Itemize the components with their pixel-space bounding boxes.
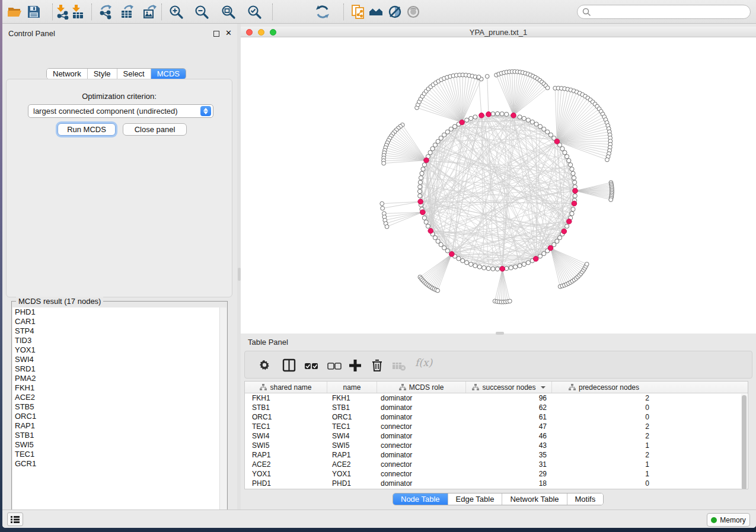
mcds-result-item[interactable]: YOX1	[12, 345, 227, 355]
column-header-predecessor-nodes[interactable]: predecessor nodes	[552, 382, 656, 393]
cell: STB1	[327, 403, 377, 412]
tab-mcds[interactable]: MCDS	[151, 69, 186, 79]
tab-network-table[interactable]: Network Table	[502, 493, 567, 505]
mcds-result-item[interactable]: ORC1	[12, 412, 227, 421]
save-session-icon[interactable]	[26, 4, 42, 20]
table-settings-icon[interactable]	[258, 358, 272, 373]
deselect-all-rows-icon[interactable]	[327, 358, 341, 373]
close-panel-button[interactable]: Close panel	[123, 123, 187, 136]
open-file-icon[interactable]	[7, 4, 23, 20]
column-header-shared-name[interactable]: shared name	[245, 382, 327, 393]
table-header-row: shared namenameMCDS rolesuccessor nodesp…	[245, 382, 748, 393]
select-stepper-icon	[200, 106, 211, 116]
cell: dominator	[377, 431, 466, 441]
zoom-fit-icon[interactable]	[221, 4, 236, 20]
mcds-result-item[interactable]: TEC1	[12, 450, 227, 459]
memory-button[interactable]: Memory	[707, 513, 750, 527]
control-panel: Control Panel ✕ NetworkStyleSelectMCDS O…	[2, 24, 237, 509]
cell: 0	[552, 479, 656, 488]
toolbar-separator	[52, 4, 53, 20]
table-row[interactable]: STB1STB1dominator620	[245, 403, 748, 412]
zoom-out-icon[interactable]	[194, 4, 209, 20]
duplicate-network-icon[interactable]	[350, 4, 366, 20]
tab-edge-table[interactable]: Edge Table	[448, 493, 503, 505]
import-network-icon[interactable]	[55, 4, 70, 20]
mcds-result-item[interactable]: ACE2	[12, 393, 227, 402]
table-row[interactable]: YOX1YOX1connector291	[245, 469, 748, 479]
column-header-name[interactable]: name	[327, 382, 377, 393]
tab-node-table[interactable]: Node Table	[393, 493, 448, 505]
mcds-result-item[interactable]: TID3	[12, 336, 227, 345]
table-row[interactable]: ORC1ORC1dominator610	[245, 412, 748, 422]
cell: 0	[552, 403, 656, 412]
close-panel-icon[interactable]: ✕	[225, 28, 232, 37]
sort-desc-icon	[541, 386, 546, 389]
tab-network[interactable]: Network	[47, 69, 88, 79]
tab-style[interactable]: Style	[88, 69, 117, 79]
mcds-result-item[interactable]: PHD1	[12, 307, 227, 317]
mcds-result-item[interactable]: PMA2	[12, 374, 227, 383]
zoom-in-icon[interactable]	[168, 4, 184, 20]
export-image-icon[interactable]	[142, 4, 158, 20]
mcds-result-scrollbar[interactable]	[219, 307, 227, 520]
export-table-icon[interactable]	[120, 4, 135, 20]
list-icon	[11, 515, 20, 523]
mcds-result-item[interactable]: GCR1	[12, 459, 227, 469]
mcds-result-item[interactable]: SWI4	[12, 355, 227, 364]
show-all-networks-icon[interactable]	[368, 4, 384, 20]
network-canvas[interactable]	[241, 37, 756, 334]
cell: FKH1	[245, 393, 327, 403]
cell: connector	[377, 441, 466, 450]
hide-selected-icon[interactable]	[387, 4, 403, 20]
splitter-grip[interactable]	[238, 268, 241, 281]
mcds-result-item[interactable]: STP4	[12, 326, 227, 336]
function-builder-icon[interactable]: f(x)	[415, 357, 429, 371]
optimization-criterion-select[interactable]: largest connected component (undirected)	[28, 104, 213, 118]
mcds-result-item[interactable]: FKH1	[12, 383, 227, 393]
mcds-result-item[interactable]: RAP1	[12, 421, 227, 431]
table-row[interactable]: TEC1TEC1connector472	[245, 422, 748, 431]
add-row-icon[interactable]	[348, 358, 362, 373]
table-panel-title: Table Panel	[248, 338, 288, 347]
cell: SWI4	[327, 431, 377, 441]
zoom-selected-icon[interactable]	[247, 4, 262, 20]
export-network-icon[interactable]	[98, 4, 114, 20]
selected-criterion: largest connected component (undirected)	[28, 107, 200, 116]
table-row[interactable]: SWI5SWI5connector431	[245, 441, 748, 450]
mcds-result-item[interactable]: SRD1	[12, 364, 227, 374]
import-table-icon[interactable]	[70, 4, 85, 20]
select-all-rows-icon[interactable]	[304, 358, 318, 373]
columns-icon[interactable]	[282, 358, 296, 373]
table-scrollbar[interactable]	[741, 394, 747, 488]
table-panel-header: Table Panel ✕	[241, 334, 756, 350]
table-row[interactable]: RAP1RAP1dominator352	[245, 450, 748, 460]
table-scrollbar-thumb[interactable]	[742, 395, 747, 489]
mcds-result-item[interactable]: CAR1	[12, 317, 227, 326]
cell: SWI4	[245, 431, 327, 441]
refresh-icon[interactable]	[315, 4, 330, 20]
mcds-result-item[interactable]: SWI5	[12, 440, 227, 450]
cell: SWI5	[245, 441, 327, 450]
mcds-result-item[interactable]: STB1	[12, 431, 227, 440]
table-row[interactable]: FKH1FKH1dominator962	[245, 393, 748, 403]
cell: STB1	[245, 403, 327, 412]
cell: ORC1	[327, 412, 377, 422]
horizontal-splitter-grip[interactable]	[496, 332, 504, 335]
table-row[interactable]: ACE2ACE2connector311	[245, 460, 748, 469]
toolbar-separator	[272, 4, 273, 20]
mcds-result-item[interactable]: STB5	[12, 402, 227, 412]
tab-motifs[interactable]: Motifs	[567, 493, 604, 505]
delete-table-icon[interactable]	[391, 358, 406, 373]
task-history-button[interactable]	[7, 512, 23, 526]
float-panel-icon[interactable]	[213, 31, 219, 37]
tab-select[interactable]: Select	[117, 69, 151, 79]
column-header-successor-nodes[interactable]: successor nodes	[466, 382, 552, 393]
cell: 2	[552, 431, 656, 441]
table-row[interactable]: SWI4SWI4dominator462	[245, 431, 748, 441]
table-row[interactable]: PHD1PHD1dominator180	[245, 479, 748, 488]
run-mcds-button[interactable]: Run MCDS	[58, 123, 116, 136]
delete-rows-icon[interactable]	[370, 358, 384, 373]
search-input[interactable]	[591, 6, 750, 18]
column-header-mcds-role[interactable]: MCDS role	[377, 382, 466, 393]
show-selected-icon[interactable]	[406, 4, 421, 20]
